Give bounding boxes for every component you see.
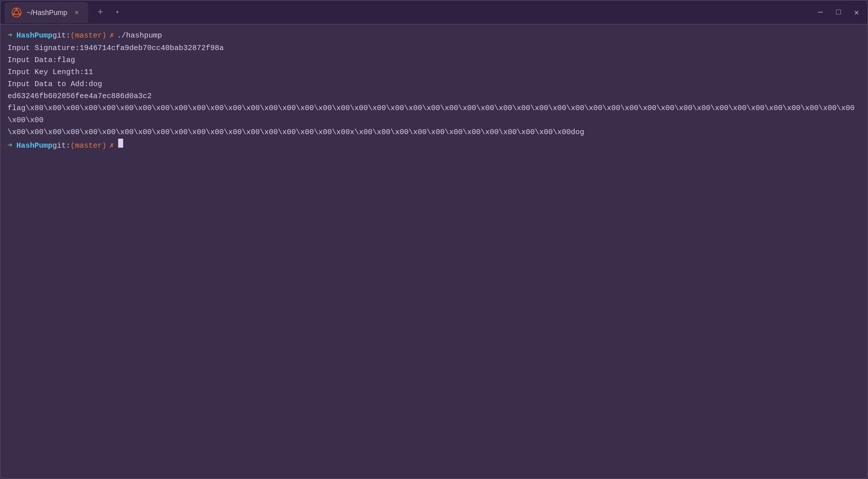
terminal-window: ~/HashPump ✕ + ▾ ─ □ ✕ ➜ HashPump git: (… — [0, 0, 868, 479]
prompt-arrow-2: ➜ — [8, 140, 13, 153]
input-data-to-add-label: Input Data to Add: — [8, 79, 89, 91]
ubuntu-logo-icon — [12, 8, 22, 18]
command-line-1: ➜ HashPump git: (master) ✗ ./hashpump — [8, 30, 860, 43]
input-data-label: Input Data: — [8, 55, 57, 67]
prompt-cmd-1: ./hashpump — [117, 30, 162, 42]
padded-data-line1: flag\x80\x00\x00\x00\x00\x00\x00\x00\x00… — [8, 103, 860, 127]
prompt-git-1: git: — [53, 30, 71, 42]
input-data-value: flag — [57, 55, 75, 67]
output-data-to-add: Input Data to Add: dog — [8, 79, 860, 91]
padded-data-line2: \x00\x00\x00\x00\x00\x00\x00\x00\x00\x00… — [8, 127, 584, 139]
input-data-to-add-value: dog — [89, 79, 102, 91]
input-key-length-label: Input Key Length: — [8, 67, 84, 79]
prompt-arrow-1: ➜ — [8, 30, 13, 43]
minimize-button[interactable]: ─ — [813, 6, 827, 20]
titlebar: ~/HashPump ✕ + ▾ ─ □ ✕ — [1, 1, 867, 25]
prompt-git-2: git: — [53, 140, 71, 152]
active-tab[interactable]: ~/HashPump ✕ — [5, 2, 88, 23]
output-hash: ed63246fb602056fee4a7ec886d0a3c2 — [8, 91, 860, 103]
input-key-length-value: 11 — [84, 67, 93, 79]
command-line-2: ➜ HashPump git: (master) ✗ — [8, 139, 860, 153]
output-key-length: Input Key Length: 11 — [8, 67, 860, 79]
maximize-button[interactable]: □ — [831, 6, 845, 20]
input-signature-value: 1946714cfa9deb70cc40bab32872f98a — [80, 43, 224, 55]
new-tab-button[interactable]: + — [92, 5, 108, 21]
prompt-x-1: ✗ — [110, 30, 114, 42]
output-padded-data-1: flag\x80\x00\x00\x00\x00\x00\x00\x00\x00… — [8, 103, 860, 127]
output-input-data: Input Data: flag — [8, 55, 860, 67]
terminal-cursor — [118, 139, 123, 148]
window-controls: ─ □ ✕ — [813, 6, 863, 20]
terminal-body[interactable]: ➜ HashPump git: (master) ✗ ./hashpump In… — [1, 25, 867, 478]
prompt-dir-1: HashPump — [17, 30, 53, 42]
hash-output-value: ed63246fb602056fee4a7ec886d0a3c2 — [8, 91, 152, 103]
output-input-signature: Input Signature: 1946714cfa9deb70cc40bab… — [8, 43, 860, 55]
close-window-button[interactable]: ✕ — [849, 6, 863, 20]
prompt-branch-1: (master) — [71, 30, 107, 42]
tab-dropdown-button[interactable]: ▾ — [110, 6, 124, 20]
tab-group: ~/HashPump ✕ + ▾ — [5, 2, 813, 23]
input-signature-label: Input Signature: — [8, 43, 80, 55]
titlebar-actions: + ▾ — [92, 5, 124, 21]
output-padded-data-2: \x00\x00\x00\x00\x00\x00\x00\x00\x00\x00… — [8, 127, 860, 139]
prompt-dir-2: HashPump — [17, 140, 53, 152]
prompt-x-2: ✗ — [110, 140, 114, 152]
prompt-branch-2: (master) — [71, 140, 107, 152]
tab-title: ~/HashPump — [27, 9, 67, 17]
tab-close-button[interactable]: ✕ — [72, 8, 81, 17]
